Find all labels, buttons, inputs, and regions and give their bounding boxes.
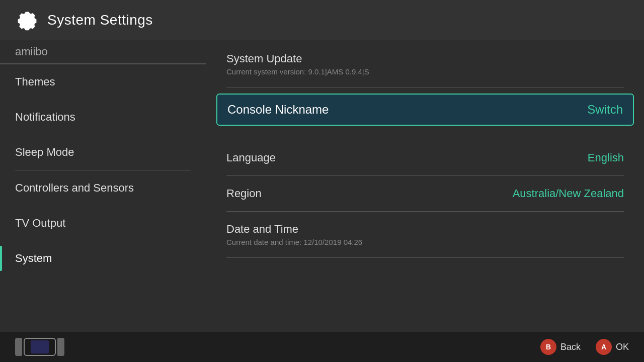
bottom-buttons: B Back A OK — [540, 339, 629, 355]
sidebar-item-themes[interactable]: Themes — [0, 64, 206, 100]
sidebar-item-sleep-mode[interactable]: Sleep Mode — [0, 135, 206, 170]
header: System Settings — [0, 0, 644, 40]
system-update-subtitle: Current system version: 9.0.1|AMS 0.9.4|… — [226, 67, 369, 76]
language-value: English — [588, 151, 624, 164]
ok-button[interactable]: A OK — [596, 339, 629, 355]
ok-label: OK — [616, 342, 629, 352]
joycon-left — [15, 338, 22, 356]
b-button-circle: B — [540, 339, 556, 355]
a-button-circle: A — [596, 339, 612, 355]
page-title: System Settings — [47, 12, 153, 28]
switch-controller-icon — [15, 338, 64, 356]
content-area: System Update Current system version: 9.… — [206, 40, 644, 332]
region-item[interactable]: Region Australia/New Zealand — [226, 176, 624, 212]
sidebar-item-amiibo[interactable]: amiibo — [0, 40, 206, 64]
date-time-subtitle: Current date and time: 12/10/2019 04:26 — [226, 238, 362, 246]
console-nickname-wrapper: Console Nickname Switch — [226, 87, 624, 132]
bottom-bar: B Back A OK — [0, 332, 644, 362]
back-label: Back — [560, 342, 581, 352]
system-update-item[interactable]: System Update Current system version: 9.… — [226, 40, 624, 87]
system-update-title: System Update — [226, 52, 369, 65]
console-nickname-value: Switch — [587, 103, 623, 117]
region-value: Australia/New Zealand — [513, 187, 624, 200]
console-nickname-title: Console Nickname — [227, 103, 329, 117]
section-divider-1 — [226, 136, 624, 136]
joycon-right — [57, 338, 64, 356]
date-time-item[interactable]: Date and Time Current date and time: 12/… — [226, 212, 624, 258]
language-title: Language — [226, 151, 276, 164]
sidebar-item-notifications[interactable]: Notifications — [0, 100, 206, 135]
sidebar-item-tv-output[interactable]: TV Output — [0, 206, 206, 241]
switch-body — [24, 338, 56, 356]
main-layout: amiibo Themes Notifications Sleep Mode C… — [0, 40, 644, 332]
console-nickname-item[interactable]: Console Nickname Switch — [216, 94, 634, 126]
back-button[interactable]: B Back — [540, 339, 581, 355]
sidebar-item-system[interactable]: System — [0, 241, 206, 276]
date-time-title: Date and Time — [226, 223, 362, 236]
sidebar: amiibo Themes Notifications Sleep Mode C… — [0, 40, 206, 332]
language-item[interactable]: Language English — [226, 140, 624, 176]
gear-icon — [15, 8, 39, 32]
sidebar-item-controllers-sensors[interactable]: Controllers and Sensors — [0, 170, 206, 206]
region-title: Region — [226, 187, 262, 200]
